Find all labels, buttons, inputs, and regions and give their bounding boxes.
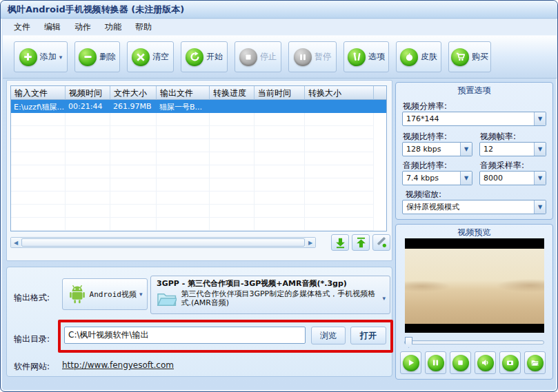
chevron-down-icon[interactable]: ▼ xyxy=(534,112,546,125)
add-button[interactable]: 添加 ▾ xyxy=(14,41,68,72)
buy-button[interactable]: 购买 xyxy=(448,41,491,72)
chevron-down-icon[interactable]: ▼ xyxy=(534,172,546,185)
cart-icon xyxy=(451,48,469,66)
video-scale-value: 保持原视频模式 xyxy=(403,202,534,212)
play-button[interactable] xyxy=(400,351,421,374)
stop-button-label: 停止 xyxy=(260,51,277,63)
chevron-down-icon: ▾ xyxy=(59,54,63,61)
open-button-label: 打开 xyxy=(360,330,377,342)
chevron-down-icon[interactable]: ▼ xyxy=(534,143,546,156)
preset-panel-title: 预置选项 xyxy=(396,83,552,96)
clear-button[interactable]: 清空 xyxy=(127,41,174,72)
website-link[interactable]: http://www.fengyesoft.com xyxy=(62,360,174,370)
skin-button-label: 皮肤 xyxy=(421,51,437,63)
table-row xyxy=(11,126,386,139)
output-format-label: 输出格式: xyxy=(14,292,50,304)
col-progress[interactable]: 转换进度 xyxy=(210,86,255,100)
up-arrow-icon xyxy=(355,237,367,249)
table-row-selected[interactable]: E:\uzzf\猫屎... 00:21:44 261.97MB 猫屎一号B... xyxy=(11,100,386,113)
options-button[interactable]: 选项 xyxy=(343,41,389,72)
edit-button[interactable] xyxy=(372,234,390,251)
resolution-label: 视频分辨率: xyxy=(403,101,447,112)
video-bitrate-select[interactable]: 128 kbps ▼ xyxy=(402,142,472,156)
cell-video-time: 00:21:44 xyxy=(66,100,110,113)
chevron-down-icon[interactable]: ▼ xyxy=(460,172,472,185)
menu-help[interactable]: 帮助 xyxy=(128,19,159,35)
table-row xyxy=(11,192,386,205)
output-settings-panel: 输出格式: Android视频 ▾ 3GPP - 第三 xyxy=(6,267,392,377)
output-format-button[interactable]: Android视频 ▾ xyxy=(62,278,148,310)
chevron-down-icon[interactable]: ▼ xyxy=(534,200,546,214)
table-row xyxy=(11,152,386,165)
open-dir-button[interactable]: 打开 xyxy=(350,327,386,344)
pause-media-button[interactable] xyxy=(425,351,446,374)
minus-icon xyxy=(79,48,97,66)
snapshot-button[interactable] xyxy=(499,351,521,374)
col-output-file[interactable]: 输出文件 xyxy=(157,86,210,100)
menu-edit[interactable]: 编辑 xyxy=(37,19,68,35)
resolution-value: 176*144 xyxy=(403,114,534,123)
start-button[interactable]: 开始 xyxy=(181,41,228,72)
pause-button[interactable]: 暂停 xyxy=(288,41,337,72)
camera-icon xyxy=(502,355,519,371)
scroll-left-icon[interactable]: ◀ xyxy=(11,238,21,247)
table-row xyxy=(11,178,386,192)
scrollbar-thumb[interactable] xyxy=(21,238,305,247)
format-description: 第三代合作伙伴项目3GPP制定的多媒体格式，手机视频格式.(AMR音频) xyxy=(181,289,378,307)
move-up-button[interactable] xyxy=(352,234,370,251)
video-scale-select[interactable]: 保持原视频模式 ▼ xyxy=(402,200,546,214)
tools-icon xyxy=(348,48,366,66)
col-video-time[interactable]: 视频时间 xyxy=(66,86,110,100)
samplerate-label: 音频采样率: xyxy=(480,160,524,172)
framerate-select[interactable]: 12 ▼ xyxy=(479,142,546,156)
open-folder-button[interactable] xyxy=(524,351,546,374)
video-scale-label: 视频缩放: xyxy=(406,189,441,200)
samplerate-value: 8000 xyxy=(480,174,534,183)
file-table-header: 输入文件 视频时间 文件大小 输出文件 转换进度 当前时间 转换大小 xyxy=(11,86,386,100)
video-still-image xyxy=(405,249,544,324)
browse-button-label: 浏览 xyxy=(320,330,337,342)
apple-icon xyxy=(400,48,418,66)
pause-button-label: 暂停 xyxy=(315,51,331,63)
options-button-label: 选项 xyxy=(368,51,385,63)
app-window: 枫叶Android手机视频转换器 (未注册版本) 文件 编辑 动作 功能 帮助 … xyxy=(0,0,558,392)
android-robot-icon xyxy=(68,284,87,305)
output-dir-input[interactable] xyxy=(64,327,306,344)
video-preview-panel: 视频预览 xyxy=(395,224,553,380)
cell-input-file: E:\uzzf\猫屎... xyxy=(11,100,66,113)
col-file-size[interactable]: 文件大小 xyxy=(110,86,157,100)
seek-thumb[interactable] xyxy=(405,337,412,348)
stop-button[interactable]: 停止 xyxy=(235,41,281,72)
menu-action[interactable]: 动作 xyxy=(68,19,98,35)
delete-button[interactable]: 删除 xyxy=(74,41,120,72)
move-down-button[interactable] xyxy=(331,234,349,251)
video-preview-frame xyxy=(405,238,544,333)
col-current-time[interactable]: 当前时间 xyxy=(255,86,305,100)
stop-media-button[interactable] xyxy=(450,351,471,374)
audio-bitrate-select[interactable]: 7.4 kbps ▼ xyxy=(402,171,472,185)
horizontal-scrollbar[interactable]: ◀ ▶ xyxy=(10,237,316,248)
browse-button[interactable]: 浏览 xyxy=(311,327,346,344)
output-dir-label: 输出目录: xyxy=(14,333,50,345)
video-bitrate-value: 128 kbps xyxy=(403,145,460,154)
col-input-file[interactable]: 输入文件 xyxy=(11,86,66,100)
resolution-select[interactable]: 176*144 ▼ xyxy=(402,112,546,126)
skin-button[interactable]: 皮肤 xyxy=(396,41,441,72)
scroll-right-icon[interactable]: ▶ xyxy=(306,238,315,247)
cell-progress xyxy=(210,100,255,113)
menu-file[interactable]: 文件 xyxy=(7,19,37,35)
play-icon xyxy=(403,355,419,371)
menu-function[interactable]: 功能 xyxy=(98,19,128,35)
start-button-label: 开始 xyxy=(206,51,223,63)
col-converted-size[interactable]: 转换大小 xyxy=(305,86,374,100)
samplerate-select[interactable]: 8000 ▼ xyxy=(479,171,546,185)
chevron-down-icon[interactable]: ▼ xyxy=(460,143,472,156)
mute-button[interactable] xyxy=(475,351,496,374)
seek-slider[interactable] xyxy=(404,337,544,348)
toolbar: 添加 ▾ 删除 清空 开始 停止 xyxy=(3,35,557,79)
folder-icon xyxy=(527,355,544,371)
seek-track[interactable] xyxy=(404,340,544,344)
format-description-box[interactable]: 3GPP - 第三代合作项目-3GP视频+AMR音频(*.3gp) 第三代合作伙… xyxy=(150,276,390,314)
plus-icon xyxy=(19,48,37,66)
title-bar[interactable]: 枫叶Android手机视频转换器 (未注册版本) xyxy=(1,1,557,19)
